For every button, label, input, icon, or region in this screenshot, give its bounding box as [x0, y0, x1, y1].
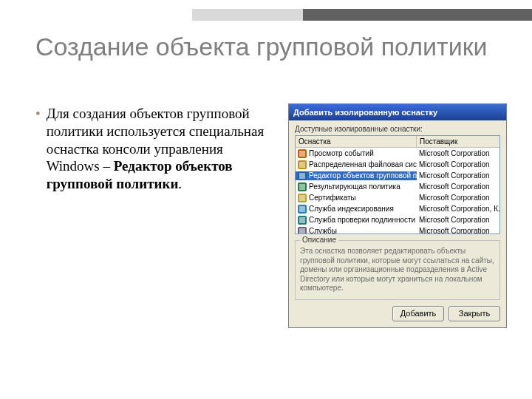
bullet-item: • Для создания объектов групповой полити…	[35, 105, 265, 193]
svg-rect-1	[299, 151, 305, 157]
snapin-name: Служба проверки подлинности в И...	[309, 216, 417, 224]
column-vendor[interactable]: Поставщик	[417, 136, 499, 147]
event-viewer-icon	[298, 149, 307, 158]
list-item[interactable]: Редактор объектов групповой поли...Micro…	[296, 170, 499, 181]
description-groupbox: Описание Эта оснастка позволяет редактир…	[295, 240, 500, 300]
services-icon	[298, 227, 307, 235]
list-item[interactable]: Результирующая политикаMicrosoft Corpora…	[296, 181, 499, 192]
svg-rect-15	[299, 228, 305, 234]
bullet-text-post: .	[178, 176, 182, 191]
description-text: Эта оснастка позволяет редактировать объ…	[300, 247, 495, 293]
gpo-editor-icon	[298, 171, 307, 180]
dialog-title: Добавить изолированную оснастку	[293, 108, 437, 117]
available-snapins-label: Доступные изолированные оснастки:	[295, 125, 500, 133]
rsop-icon	[298, 183, 307, 191]
snapin-name: Редактор объектов групповой поли...	[309, 171, 417, 180]
svg-rect-5	[299, 173, 305, 179]
list-header: Оснастка Поставщик	[296, 136, 499, 148]
svg-rect-7	[299, 184, 305, 190]
snapin-name: Служба индексирования	[309, 205, 394, 213]
index-icon	[298, 205, 307, 214]
snapin-vendor: Microsoft Corporation, К...	[417, 205, 499, 213]
bullet-dot-icon: •	[35, 105, 41, 193]
list-item[interactable]: Распределенная файловая систем...Microso…	[296, 159, 499, 170]
list-item[interactable]: СлужбыMicrosoft Corporation	[296, 225, 499, 234]
certs-icon	[298, 194, 307, 202]
snapin-vendor: Microsoft Corporation	[417, 194, 499, 202]
close-button[interactable]: Закрыть	[449, 306, 500, 321]
svg-rect-11	[299, 206, 305, 212]
list-item[interactable]: Служба индексированияMicrosoft Corporati…	[296, 203, 499, 214]
dfs-icon	[298, 160, 307, 169]
snapin-name: Сертификаты	[309, 194, 356, 202]
list-item[interactable]: Просмотр событийMicrosoft Corporation	[296, 148, 499, 159]
svg-rect-13	[299, 217, 305, 223]
snapin-name: Службы	[309, 227, 337, 234]
svg-rect-9	[299, 195, 305, 201]
snapin-vendor: Microsoft Corporation	[417, 149, 499, 157]
slide-top-accent	[0, 0, 532, 28]
slide-title: Создание объекта групповой политики	[35, 33, 502, 61]
snapin-name: Результирующая политика	[309, 183, 400, 191]
snapin-vendor: Microsoft Corporation	[417, 183, 499, 191]
svg-rect-3	[299, 162, 305, 168]
list-item[interactable]: Служба проверки подлинности в И...Micros…	[296, 214, 499, 225]
description-legend: Описание	[300, 236, 338, 244]
snapin-vendor: Microsoft Corporation	[417, 160, 499, 168]
snapin-listbox[interactable]: Оснастка Поставщик Просмотр событийMicro…	[295, 135, 500, 234]
dialog-titlebar[interactable]: Добавить изолированную оснастку	[289, 104, 506, 120]
snapin-name: Просмотр событий	[309, 149, 374, 157]
list-item[interactable]: СертификатыMicrosoft Corporation	[296, 192, 499, 203]
snapin-vendor: Microsoft Corporation	[417, 216, 499, 224]
snapin-vendor: Microsoft Corporation	[417, 171, 499, 180]
column-snapin[interactable]: Оснастка	[296, 136, 417, 147]
slide-body: • Для создания объектов групповой полити…	[35, 105, 265, 193]
add-snapin-dialog: Добавить изолированную оснастку Доступны…	[288, 103, 507, 328]
add-button[interactable]: Добавить	[392, 306, 444, 321]
snapin-name: Распределенная файловая систем...	[309, 160, 417, 168]
snapin-vendor: Microsoft Corporation	[417, 227, 499, 234]
ipauth-icon	[298, 216, 307, 225]
